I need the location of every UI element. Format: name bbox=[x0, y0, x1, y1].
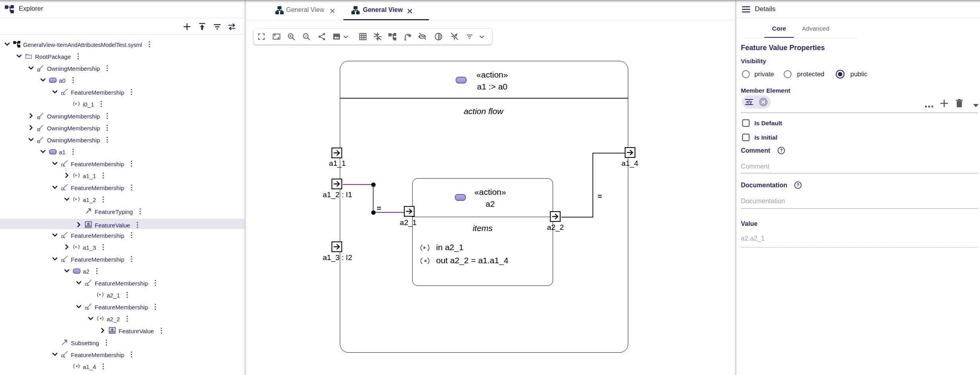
svg-text:x/y: x/y bbox=[746, 99, 752, 104]
svg-text:?: ? bbox=[780, 148, 783, 153]
svg-text:?: ? bbox=[797, 183, 799, 187]
